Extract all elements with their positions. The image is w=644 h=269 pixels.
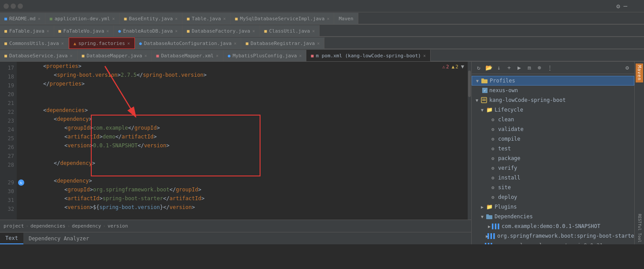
tab-mybatis-config[interactable]: ● MybatisPlusConfig.java × — [223, 50, 307, 61]
gutter-column: ↻ — [17, 62, 26, 220]
tree-dependencies[interactable]: ▼ Dependencies — [472, 212, 634, 221]
close-icon[interactable]: × — [61, 41, 64, 46]
minimize-icon[interactable]: ─ — [624, 3, 627, 10]
tab-enable-auto-db[interactable]: ● EnableAutoDB.java × — [114, 25, 182, 37]
tab-label: DatabaseMapper.java — [87, 53, 142, 59]
svg-rect-6 — [482, 99, 486, 100]
scrollbar-thumb[interactable] — [468, 71, 471, 97]
close-icon[interactable]: × — [175, 16, 178, 21]
bottom-tab-bar: Text Dependency Analyzer — [0, 232, 471, 244]
close-icon[interactable]: × — [317, 41, 320, 46]
close-icon[interactable]: × — [175, 29, 178, 34]
close-icon[interactable]: × — [312, 29, 315, 34]
code-content[interactable]: <properties> <spring-boot.version>2.7.5<… — [26, 62, 468, 220]
dep-item-2[interactable]: ▌▌▌ com.mysql:mysql-connector-j:8.0.31 — [472, 241, 634, 244]
tab-maven[interactable]: Maven — [334, 13, 358, 24]
close-icon[interactable]: × — [327, 16, 329, 21]
close-icon[interactable]: × — [252, 29, 255, 34]
add-btn[interactable]: + — [505, 64, 514, 72]
lifecycle-verify[interactable]: ⚙ verify — [472, 163, 634, 173]
restful-tool-label[interactable]: RESTful Tool — [637, 212, 642, 244]
maven-side-label[interactable]: Maven — [636, 64, 643, 82]
lifecycle-install[interactable]: ⚙ install — [472, 173, 634, 183]
tab-fa-table-vo[interactable]: ■ FaTableVo.java × — [54, 25, 114, 37]
tab-db-service[interactable]: ■ DatabaseService.java × — [0, 50, 78, 61]
skip-btn[interactable]: ⊕ — [535, 64, 544, 72]
run-btn[interactable]: ▶ — [515, 64, 524, 72]
close-icon[interactable]: × — [144, 53, 147, 58]
close-icon[interactable]: × — [70, 53, 72, 58]
close-icon[interactable]: × — [299, 53, 302, 58]
breakpoint-icon[interactable]: ↻ — [18, 179, 24, 186]
tree-nexus-own[interactable]: nexus-own — [472, 86, 634, 95]
nexus-own-checkbox[interactable] — [482, 88, 488, 93]
lifecycle-compile[interactable]: ⚙ compile — [472, 134, 634, 144]
lifecycle-validate[interactable]: ⚙ validate — [472, 124, 634, 134]
tab-db-mapper-xml[interactable]: ■ DatabaseMapper.xml × — [152, 50, 223, 61]
dependencies-label: Dependencies — [495, 213, 533, 220]
tree-project[interactable]: ▼ kang-lowCode-spring-boot — [472, 95, 634, 105]
lifecycle-clean[interactable]: ⚙ clean — [472, 115, 634, 124]
tab-db-auto-config[interactable]: ● DatabaseAutoConfiguration.java × — [135, 37, 242, 49]
close-icon[interactable]: × — [38, 16, 41, 21]
tab-db-registrar[interactable]: ■ DatabaseRegistrar.java × — [241, 37, 324, 49]
tab-label: FaTable.java — [9, 28, 44, 34]
settings-icon[interactable]: ⚙ — [616, 3, 620, 10]
lifecycle-deploy[interactable]: ⚙ deploy — [472, 192, 634, 202]
tab-readme[interactable]: ■ README.md × — [0, 13, 45, 24]
svg-rect-3 — [481, 79, 488, 83]
close-icon[interactable]: × — [127, 41, 130, 46]
tree-lifecycle[interactable]: ▼ 📁 Lifecycle — [472, 105, 634, 115]
tab-application-dev[interactable]: ■ application-dev.yml × — [45, 13, 120, 24]
vertical-scrollbar[interactable] — [468, 62, 471, 220]
dep-item-0[interactable]: ▶ ▌▌▌ com.example:demo:0.0.1-SNAPSHOT — [472, 221, 634, 231]
lifecycle-item-label: clean — [498, 116, 514, 123]
dep-item-1[interactable]: ▶ ▌▌▌ org.springframework.boot:spring-bo… — [472, 231, 634, 241]
tab-fa-table[interactable]: ■ FaTable.java × — [0, 25, 54, 37]
java-icon: ■ — [246, 41, 248, 46]
tab-commons-utils[interactable]: ■ CommonsUtils.java × — [0, 37, 69, 49]
close-icon[interactable]: × — [223, 16, 226, 21]
close-icon[interactable]: × — [47, 29, 49, 34]
lifecycle-test[interactable]: ⚙ test — [472, 144, 634, 153]
tab-bar-2: ■ FaTable.java × ■ FaTableVo.java × ● En… — [0, 25, 644, 37]
settings-btn[interactable]: ⚙ — [623, 64, 632, 72]
tab-mysql-service[interactable]: ■ MySqlDatabaseServiceImpl.java × — [231, 13, 334, 24]
close-icon[interactable]: × — [216, 53, 219, 58]
close-btn[interactable] — [18, 4, 23, 9]
import-btn[interactable]: 📂 — [484, 64, 493, 72]
tab-spring-factories[interactable]: ▲ spring.factories × — [69, 37, 135, 49]
tab-table[interactable]: ■ Table.java × — [182, 13, 231, 24]
download-btn[interactable]: ↓ — [495, 64, 503, 72]
maximize-btn[interactable] — [11, 4, 16, 9]
tab-label: DatabaseFactory.java — [192, 28, 250, 34]
tree-profiles[interactable]: ▼ Profiles — [472, 76, 634, 86]
expand-icon: ▼ — [474, 78, 481, 83]
tab-db-mapper-java[interactable]: ■ DatabaseMapper.java × — [78, 50, 152, 61]
tab-pom-xml[interactable]: ■ m pom.xml (kang-lowCode-spring-boot) × — [306, 50, 430, 61]
tree-plugins[interactable]: ▶ 📁 Plugins — [472, 202, 634, 212]
tab-base-entity[interactable]: ■ BaseEntity.java × — [120, 13, 182, 24]
tab-dependency-analyzer[interactable]: Dependency Analyzer — [23, 233, 94, 244]
close-icon[interactable]: × — [112, 16, 115, 21]
maven-tree[interactable]: ▼ Profiles nexus-own ▼ kang-lowCode-spri… — [472, 74, 634, 244]
run-debug-btn[interactable]: m — [525, 64, 534, 72]
close-icon[interactable]: × — [106, 29, 109, 34]
java-icon: ■ — [4, 41, 7, 46]
tab-label: README.md — [9, 16, 36, 22]
lifecycle-site[interactable]: ⚙ site — [472, 183, 634, 192]
lifecycle-package[interactable]: ⚙ package — [472, 153, 634, 163]
expand-icon: ▼ — [479, 108, 486, 112]
window-controls[interactable] — [4, 4, 23, 9]
tab-text[interactable]: Text — [0, 233, 23, 244]
menu-btn[interactable]: ⋮ — [545, 64, 554, 72]
tab-class-util[interactable]: ■ ClassUtil.java × — [260, 25, 320, 37]
close-icon[interactable]: × — [234, 41, 236, 46]
tab-bar-1: ■ README.md × ■ application-dev.yml × ■ … — [0, 12, 644, 25]
refresh-btn[interactable]: ↻ — [474, 64, 483, 72]
code-line-empty — [29, 168, 464, 176]
close-icon[interactable]: × — [423, 53, 426, 58]
breadcrumb-bar: project › dependencies › dependency › ve… — [0, 220, 471, 232]
minimize-btn[interactable] — [4, 4, 9, 9]
tab-db-factory[interactable]: ■ DatabaseFactory.java × — [182, 25, 260, 37]
